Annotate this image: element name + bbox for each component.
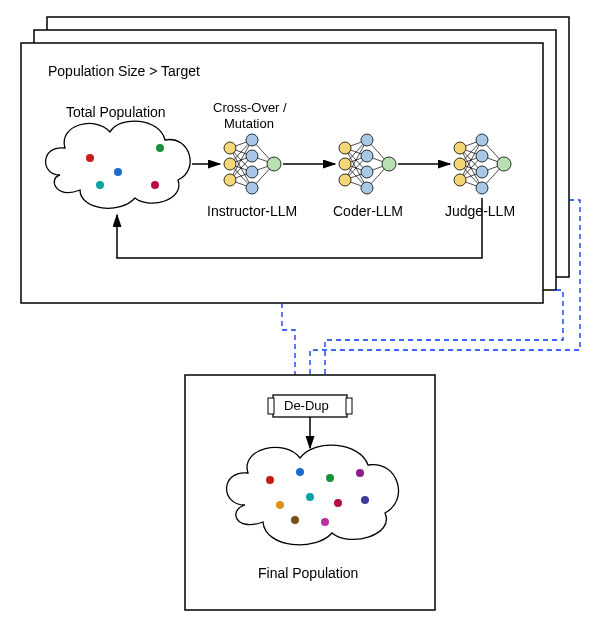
judge-llm-label: Judge-LLM xyxy=(445,203,515,219)
svg-point-87 xyxy=(361,496,369,504)
svg-rect-78 xyxy=(268,398,274,414)
svg-point-46 xyxy=(339,158,351,170)
svg-point-22 xyxy=(224,158,236,170)
coder-llm-label: Coder-LLM xyxy=(333,203,403,219)
svg-point-28 xyxy=(267,157,281,171)
svg-point-23 xyxy=(224,174,236,186)
final-population-label: Final Population xyxy=(258,565,358,581)
svg-point-80 xyxy=(266,476,274,484)
svg-point-73 xyxy=(476,150,488,162)
svg-point-50 xyxy=(361,166,373,178)
svg-point-76 xyxy=(497,157,511,171)
svg-point-82 xyxy=(326,474,334,482)
svg-rect-79 xyxy=(346,398,352,414)
svg-point-3 xyxy=(96,181,104,189)
svg-point-83 xyxy=(356,469,364,477)
svg-point-1 xyxy=(114,168,122,176)
svg-point-45 xyxy=(339,142,351,154)
svg-point-26 xyxy=(246,166,258,178)
svg-point-70 xyxy=(454,158,466,170)
svg-point-81 xyxy=(296,468,304,476)
svg-point-75 xyxy=(476,182,488,194)
svg-point-0 xyxy=(86,154,94,162)
svg-point-27 xyxy=(246,182,258,194)
svg-point-72 xyxy=(476,134,488,146)
mutation-label: Mutation xyxy=(224,116,274,131)
svg-point-24 xyxy=(246,134,258,146)
svg-point-48 xyxy=(361,134,373,146)
svg-point-47 xyxy=(339,174,351,186)
svg-point-49 xyxy=(361,150,373,162)
svg-point-52 xyxy=(382,157,396,171)
condition-label: Population Size > Target xyxy=(48,63,200,79)
svg-point-86 xyxy=(334,499,342,507)
svg-point-71 xyxy=(454,174,466,186)
svg-point-21 xyxy=(224,142,236,154)
svg-point-88 xyxy=(291,516,299,524)
svg-point-25 xyxy=(246,150,258,162)
crossover-label: Cross-Over / xyxy=(213,100,287,115)
svg-point-2 xyxy=(156,144,164,152)
dedup-label: De-Dup xyxy=(284,398,329,413)
svg-point-85 xyxy=(306,493,314,501)
total-population-label: Total Population xyxy=(66,104,166,120)
svg-point-74 xyxy=(476,166,488,178)
svg-point-89 xyxy=(321,518,329,526)
svg-point-51 xyxy=(361,182,373,194)
svg-point-4 xyxy=(151,181,159,189)
instructor-llm-label: Instructor-LLM xyxy=(207,203,297,219)
diagram-canvas xyxy=(0,0,594,626)
svg-point-84 xyxy=(276,501,284,509)
svg-point-69 xyxy=(454,142,466,154)
